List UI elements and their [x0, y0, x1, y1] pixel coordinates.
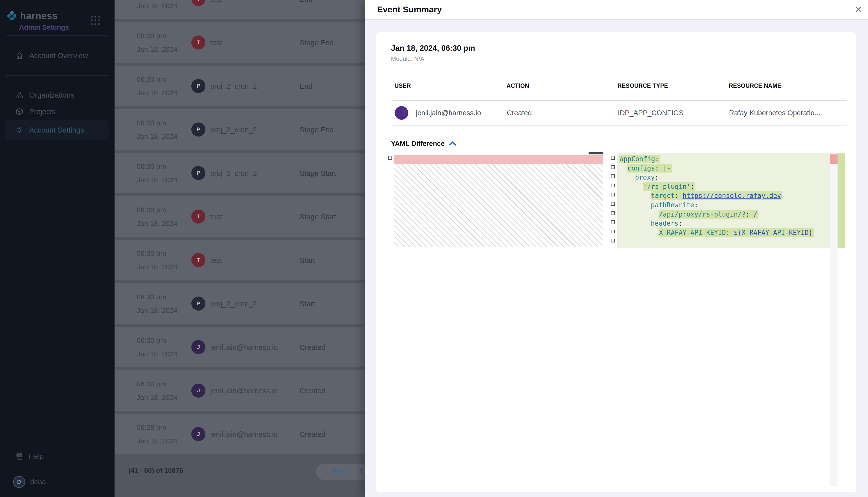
removed-line	[394, 155, 603, 164]
code-token: /api/proxy/rs-plugin/?	[659, 211, 745, 218]
yaml-difference-label: YAML Difference	[391, 140, 444, 148]
code-token: :	[675, 192, 679, 199]
fold-marker	[611, 220, 615, 224]
event-user-cell: J jenil.jain@harness.io	[391, 106, 503, 120]
minimap-removed-mark	[830, 154, 838, 164]
diff-line: proxy:	[617, 173, 830, 182]
fold-marker	[611, 174, 615, 178]
col-action: ACTION	[503, 83, 614, 89]
code-token	[679, 192, 683, 199]
fold-marker	[611, 193, 615, 196]
code-token: '/rs-plugin'	[643, 183, 690, 190]
event-resource-name: Rafay Kubernetes Operatio...	[726, 109, 848, 117]
code-token: |-	[659, 165, 671, 172]
diff-line: target: https://console.rafay.dev	[617, 191, 830, 200]
user-avatar: J	[395, 106, 408, 120]
diff-line: configs: |-	[617, 164, 830, 173]
fold-marker	[611, 230, 615, 233]
code-token: :	[746, 211, 750, 218]
fold-marker	[611, 211, 615, 215]
minimap-added-bar	[838, 153, 845, 248]
diff-line: pathRewrite:	[617, 200, 830, 210]
code-token: :	[694, 201, 698, 209]
scrollbar-thumb[interactable]	[589, 152, 603, 154]
drawer-title: Event Summary	[377, 4, 442, 14]
event-table-header: USER ACTION RESOURCE TYPE RESOURCE NAME	[391, 83, 849, 89]
fold-marker	[611, 165, 615, 169]
fold-marker	[611, 202, 615, 206]
code-token: :	[655, 173, 659, 181]
fold-marker	[611, 184, 615, 187]
code-token: headers	[651, 219, 678, 227]
event-user: jenil.jain@harness.io	[412, 109, 481, 117]
diff-added-pane: appConfig:configs: |-proxy:'/rs-plugin':…	[617, 153, 830, 248]
col-resource-name: RESOURCE NAME	[725, 83, 849, 89]
event-datetime: Jan 18, 2024, 06:30 pm	[391, 44, 856, 53]
code-token: pathRewrite	[651, 201, 694, 209]
event-resource-type: IDP_APP_CONFIGS	[614, 109, 726, 117]
col-resource-type: RESOURCE TYPE	[614, 83, 725, 89]
diff-empty-hatch	[394, 164, 603, 247]
diff-line: X-RAFAY-API-KEYID: ${X-RAFAY-API-KEYID}	[617, 228, 830, 238]
fold-marker	[611, 239, 615, 242]
diff-right-gutter	[609, 153, 617, 486]
event-summary-card: Jan 18, 2024, 06:30 pm Module: N/A USER …	[376, 32, 856, 493]
code-token: appConfig	[620, 155, 655, 163]
diff-pane-divider	[603, 153, 603, 486]
drawer-scrim[interactable]	[0, 0, 365, 497]
code-token: :	[726, 229, 730, 237]
diff-removed-pane	[394, 153, 603, 486]
code-link[interactable]: https://console.rafay.dev	[683, 192, 781, 199]
event-summary-drawer: Event Summary ✕ Jan 18, 2024, 06:30 pm M…	[365, 0, 868, 497]
event-table-row: J jenil.jain@harness.io Created IDP_APP_…	[391, 100, 849, 126]
close-icon[interactable]: ✕	[852, 3, 865, 16]
fold-marker	[611, 156, 615, 160]
diff-line: /api/proxy/rs-plugin/?: /	[617, 210, 830, 219]
code-token: proxy	[635, 173, 655, 181]
fold-marker	[388, 156, 392, 160]
code-token: ${X-RAFAY-API-KEYID}	[730, 229, 813, 237]
chevron-up-icon	[449, 141, 456, 146]
indent-guide	[643, 164, 643, 246]
code-token: :	[655, 155, 659, 163]
yaml-diff-viewer: appConfig:configs: |-proxy:'/rs-plugin':…	[388, 153, 856, 486]
code-token: X-RAFAY-API-KEYID	[659, 229, 726, 237]
diff-line: headers:	[617, 219, 830, 228]
drawer-header: Event Summary ✕	[365, 0, 868, 19]
diff-line: appConfig:	[617, 154, 830, 164]
code-token: /	[749, 211, 757, 218]
code-token: :	[655, 165, 659, 172]
event-module: Module: N/A	[391, 55, 856, 62]
diff-minimap-gutter	[830, 153, 838, 486]
code-token: :	[690, 183, 694, 190]
app-root: harness Admin Settings Account Overview	[0, 0, 868, 497]
diff-line	[617, 237, 830, 246]
code-token: :	[678, 219, 683, 227]
indent-guide	[651, 164, 651, 246]
col-user: USER	[391, 83, 503, 89]
diff-line: '/rs-plugin':	[617, 182, 830, 191]
code-token: target	[651, 192, 675, 199]
yaml-difference-toggle[interactable]: YAML Difference	[391, 140, 856, 148]
event-action: Created	[503, 109, 614, 117]
